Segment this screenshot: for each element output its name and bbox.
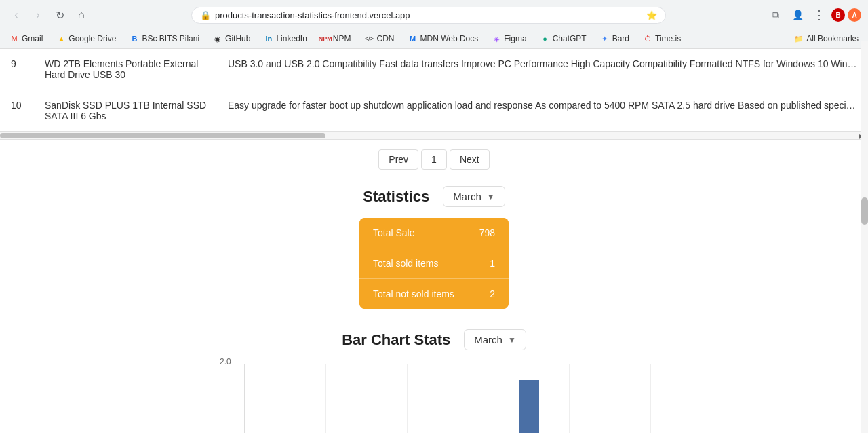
profile-button[interactable]: 👤 — [788, 5, 807, 24]
total-sale-label: Total Sale — [373, 227, 414, 238]
bookmark-timeis-label: Time.is — [655, 34, 681, 43]
gmail-icon: M — [9, 34, 19, 43]
product-name-10: SanDisk SSD PLUS 1TB Internal SSD SATA I… — [45, 100, 214, 121]
vertical-scrollbar[interactable] — [861, 49, 868, 433]
bookmark-drive-label: Google Drive — [68, 34, 116, 43]
chart-section-4 — [488, 364, 570, 433]
product-desc-10: Easy upgrade for faster boot up shutdown… — [228, 100, 857, 111]
bookmark-all[interactable]: 📁 All Bookmarks — [791, 33, 861, 45]
statistics-section: Statistics March ▼ Total Sale 798 Total … — [0, 179, 868, 322]
horizontal-scrollbar-container: ▶ — [0, 132, 868, 140]
bookmark-bits-label: BSc BITS Pilani — [142, 34, 199, 43]
chevron-down-icon-2: ▼ — [508, 335, 516, 345]
bookmark-npm[interactable]: NPM NPM — [318, 33, 354, 45]
table-row: 10 SanDisk SSD PLUS 1TB Internal SSD SAT… — [0, 90, 868, 131]
total-sold-label: Total sold items — [373, 258, 438, 269]
bar-chart-section: Bar Chart Stats March ▼ 2.0 — [0, 322, 868, 433]
home-button[interactable]: ⌂ — [72, 5, 91, 24]
drive-icon: ▲ — [56, 34, 66, 43]
product-desc-9: USB 3.0 and USB 2.0 Compatibility Fast d… — [228, 58, 857, 69]
browser-chrome: ‹ › ↻ ⌂ 🔒 products-transaction-statistic… — [0, 0, 868, 49]
browser-actions: ⧉ 👤 ⋮ B A — [766, 5, 861, 24]
mdn-icon: M — [408, 34, 417, 43]
product-name-9: WD 2TB Elements Portable External Hard D… — [45, 58, 214, 80]
bar-chart-month-dropdown[interactable]: March ▼ — [464, 329, 526, 350]
bookmark-figma-label: Figma — [504, 34, 526, 43]
page-content: 9 WD 2TB Elements Portable External Hard… — [0, 49, 868, 433]
statistics-month-label: March — [453, 191, 481, 202]
url-text: products-transaction-statistics-frontend… — [215, 10, 642, 20]
bookmark-linkedin[interactable]: in LinkedIn — [261, 33, 309, 45]
chart-section-3 — [408, 364, 489, 433]
browser-toolbar: ‹ › ↻ ⌂ 🔒 products-transaction-statistic… — [0, 0, 868, 30]
bookmark-drive[interactable]: ▲ Google Drive — [54, 33, 119, 45]
total-sale-row: Total Sale 798 — [359, 218, 509, 248]
bookmark-figma[interactable]: ◈ Figma — [489, 33, 529, 45]
bar-chart-container: 2.0 — [217, 357, 651, 433]
bookmark-github[interactable]: ◉ GitHub — [210, 33, 253, 45]
forward-button[interactable]: › — [28, 5, 47, 24]
bookmark-github-label: GitHub — [225, 34, 250, 43]
bookmark-all-label: All Bookmarks — [806, 34, 859, 43]
bookmark-chatgpt[interactable]: ● ChatGPT — [538, 33, 589, 45]
chart-section-1 — [245, 364, 326, 433]
figma-icon: ◈ — [492, 34, 501, 43]
row-number-10: 10 — [11, 100, 31, 111]
bookmark-chatgpt-label: ChatGPT — [553, 34, 587, 43]
chatgpt-icon: ● — [540, 34, 550, 43]
statistics-header: Statistics March ▼ — [363, 186, 505, 207]
addon-icon: A — [848, 8, 861, 22]
brave-icon: B — [831, 8, 845, 22]
extensions-button[interactable]: ⧉ — [766, 5, 785, 24]
statistics-title: Statistics — [363, 188, 429, 206]
bar-chart-title: Bar Chart Stats — [342, 331, 450, 349]
pagination: Prev 1 Next — [0, 140, 868, 179]
bits-icon: B — [130, 34, 139, 43]
bookmark-timeis[interactable]: ⏱ Time.is — [640, 33, 684, 45]
npm-icon: NPM — [321, 34, 330, 43]
y-axis-label: 2.0 — [220, 357, 231, 366]
nav-buttons: ‹ › ↻ ⌂ — [7, 5, 91, 24]
bookmark-cdn-label: CDN — [376, 34, 394, 43]
github-icon: ◉ — [213, 34, 222, 43]
chart-section-2 — [326, 364, 408, 433]
table-row: 9 WD 2TB Elements Portable External Hard… — [0, 49, 868, 90]
bar-chart-header: Bar Chart Stats March ▼ — [342, 329, 526, 350]
next-button[interactable]: Next — [450, 149, 490, 170]
bookmark-mdn-label: MDN Web Docs — [420, 34, 478, 43]
reload-button[interactable]: ↻ — [50, 5, 69, 24]
address-bar[interactable]: 🔒 products-transaction-statistics-fronte… — [191, 7, 666, 24]
current-page[interactable]: 1 — [421, 149, 447, 170]
bookmark-cdn[interactable]: </> CDN — [361, 33, 397, 45]
chevron-down-icon: ▼ — [487, 192, 495, 202]
total-sold-value: 1 — [490, 258, 495, 269]
bookmark-npm-label: NPM — [333, 34, 351, 43]
timeis-icon: ⏱ — [643, 34, 652, 43]
bookmark-bard[interactable]: ✦ Bard — [597, 33, 632, 45]
prev-button[interactable]: Prev — [378, 149, 418, 170]
vertical-scrollbar-thumb[interactable] — [861, 197, 868, 225]
row-number-9: 9 — [11, 58, 31, 69]
horizontal-scrollbar[interactable] — [0, 133, 326, 138]
bookmark-bard-label: Bard — [612, 34, 629, 43]
menu-button[interactable]: ⋮ — [810, 5, 829, 24]
total-sale-value: 798 — [479, 227, 495, 238]
bookmark-bits[interactable]: B BSc BITS Pilani — [127, 33, 202, 45]
total-not-sold-row: Total not sold items 2 — [359, 279, 509, 309]
chart-area — [244, 364, 651, 433]
stats-card: Total Sale 798 Total sold items 1 Total … — [359, 218, 509, 309]
back-button[interactable]: ‹ — [7, 5, 26, 24]
total-not-sold-value: 2 — [490, 288, 495, 299]
bar-chart-month-label: March — [474, 334, 502, 345]
bookmark-mdn[interactable]: M MDN Web Docs — [405, 33, 481, 45]
bar-4 — [519, 380, 539, 433]
chart-section-5 — [570, 364, 651, 433]
total-not-sold-label: Total not sold items — [373, 288, 454, 299]
total-sold-row: Total sold items 1 — [359, 248, 509, 279]
cdn-icon: </> — [364, 34, 374, 43]
bookmark-gmail[interactable]: M Gmail — [7, 33, 45, 45]
linkedin-icon: in — [264, 34, 273, 43]
folder-icon: 📁 — [794, 34, 804, 43]
products-table: 9 WD 2TB Elements Portable External Hard… — [0, 49, 868, 132]
statistics-month-dropdown[interactable]: March ▼ — [443, 186, 505, 207]
